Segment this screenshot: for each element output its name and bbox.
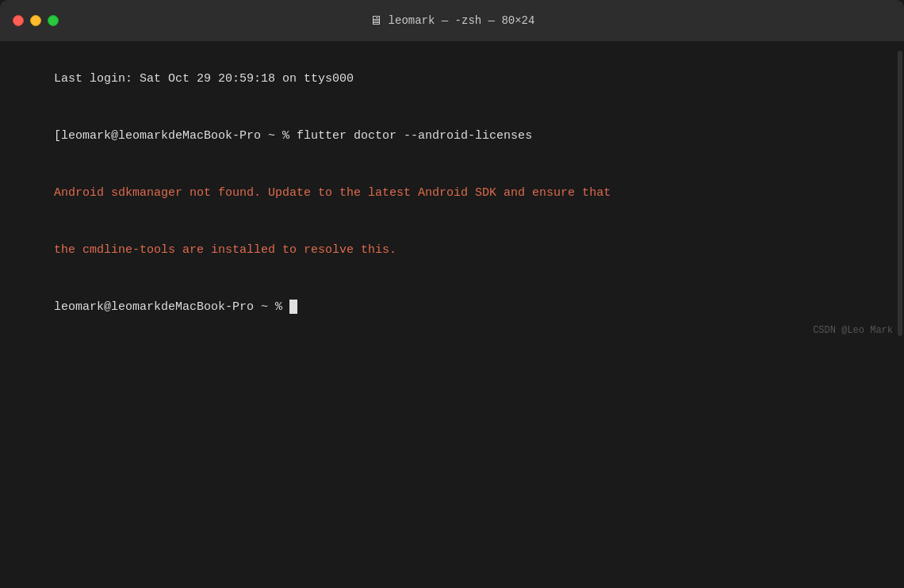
prompt-1: [leomark@leomarkdeMacBook-Pro ~ % bbox=[54, 129, 297, 143]
title-bar: 🖥 leomark — -zsh — 80×24 bbox=[0, 0, 904, 41]
command-1: flutter doctor --android-licenses bbox=[297, 129, 532, 143]
login-line: Last login: Sat Oct 29 20:59:18 on ttys0… bbox=[11, 51, 893, 108]
terminal-window: 🖥 leomark — -zsh — 80×24 Last login: Sat… bbox=[0, 0, 904, 346]
empty-prompt-line: leomark@leomarkdeMacBook-Pro ~ % bbox=[11, 279, 893, 336]
traffic-lights bbox=[13, 15, 59, 26]
terminal-icon: 🖥 bbox=[370, 13, 382, 29]
close-button[interactable] bbox=[13, 15, 24, 26]
command-line: [leomark@leomarkdeMacBook-Pro ~ % flutte… bbox=[11, 108, 893, 165]
cursor bbox=[289, 300, 297, 314]
terminal-body[interactable]: Last login: Sat Oct 29 20:59:18 on ttys0… bbox=[0, 41, 904, 346]
title-text: leomark — -zsh — 80×24 bbox=[389, 14, 535, 27]
prompt-2: leomark@leomarkdeMacBook-Pro ~ % bbox=[54, 300, 289, 314]
error-line-1: Android sdkmanager not found. Update to … bbox=[11, 165, 893, 222]
maximize-button[interactable] bbox=[48, 15, 59, 26]
error-line-2: the cmdline-tools are installed to resol… bbox=[11, 222, 893, 279]
window-title: 🖥 leomark — -zsh — 80×24 bbox=[370, 13, 535, 29]
minimize-button[interactable] bbox=[30, 15, 41, 26]
scrollbar[interactable] bbox=[898, 51, 902, 336]
watermark: CSDN @Leo Mark bbox=[813, 325, 893, 336]
